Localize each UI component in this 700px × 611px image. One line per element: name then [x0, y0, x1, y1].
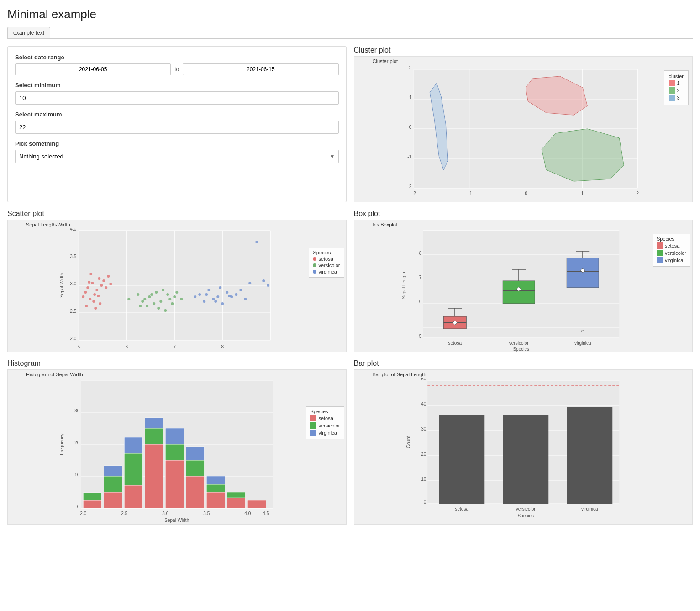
svg-text:30: 30 — [74, 408, 80, 413]
svg-text:-1: -1 — [468, 191, 472, 196]
svg-text:3.5: 3.5 — [70, 254, 76, 259]
svg-point-84 — [239, 289, 242, 291]
min-input[interactable] — [15, 91, 339, 105]
bar-subtitle: Bar plot of Sepal Length — [373, 372, 693, 377]
svg-point-56 — [155, 291, 158, 294]
svg-text:-2: -2 — [411, 191, 416, 196]
svg-text:-1: -1 — [407, 154, 411, 159]
histogram-svg: 2.0 2.5 3.0 3.5 4.0 4.5 0 10 20 30 Sepal… — [8, 378, 346, 524]
svg-text:3.0: 3.0 — [70, 281, 76, 286]
scatter-plot-panel: Scatter plot Sepal Length-Width — [7, 210, 347, 352]
svg-text:10: 10 — [74, 472, 80, 477]
svg-point-62 — [168, 298, 171, 300]
svg-text:7: 7 — [173, 344, 176, 349]
svg-rect-153 — [104, 466, 122, 476]
svg-point-77 — [216, 295, 219, 298]
svg-text:Sepal Width: Sepal Width — [59, 273, 64, 298]
controls-panel: Select date range to Select minimum Sele… — [7, 46, 347, 202]
svg-text:versicolor: versicolor — [516, 506, 535, 511]
svg-point-57 — [159, 300, 162, 303]
page-title: Minimal example — [7, 7, 693, 21]
svg-text:2.5: 2.5 — [70, 309, 76, 314]
tab-bar: example text — [7, 27, 693, 39]
svg-point-90 — [219, 286, 221, 289]
hist-legend-title: Species — [310, 409, 340, 414]
svg-point-91 — [205, 293, 208, 296]
min-label: Select minimum — [15, 82, 339, 89]
svg-point-61 — [162, 289, 164, 291]
svg-point-47 — [107, 275, 110, 278]
svg-text:setosa: setosa — [448, 341, 462, 346]
cluster-plot-svg: -2 -1 0 1 2 -2 -1 0 1 2 — [354, 65, 693, 197]
svg-point-89 — [262, 279, 265, 282]
svg-point-46 — [89, 273, 92, 275]
min-group: Select minimum — [15, 82, 339, 105]
svg-point-52 — [94, 307, 97, 310]
svg-point-87 — [194, 295, 196, 298]
hist-legend-setosa: setosa — [310, 415, 340, 421]
svg-point-85 — [248, 282, 251, 284]
svg-text:50: 50 — [421, 378, 426, 381]
svg-text:1: 1 — [581, 191, 584, 196]
svg-rect-169 — [227, 498, 245, 508]
box-legend-versicolor: versicolor — [657, 250, 686, 256]
svg-point-70 — [137, 293, 139, 296]
max-input[interactable] — [15, 121, 339, 134]
svg-text:3.0: 3.0 — [162, 511, 168, 516]
box-legend-virginica: virginica — [657, 257, 686, 263]
svg-text:4.5: 4.5 — [263, 511, 269, 516]
svg-point-66 — [173, 295, 176, 298]
svg-rect-192 — [439, 415, 484, 504]
date-separator: to — [174, 66, 179, 73]
svg-point-60 — [153, 302, 155, 305]
svg-point-43 — [102, 279, 105, 282]
svg-text:6: 6 — [125, 344, 128, 349]
svg-text:20: 20 — [74, 440, 80, 445]
box-plot-title: Box plot — [354, 210, 693, 218]
svg-text:5: 5 — [419, 334, 421, 339]
svg-point-63 — [146, 305, 148, 307]
svg-point-42 — [84, 291, 87, 294]
svg-rect-149 — [83, 500, 101, 508]
cluster-legend-item-2: 2 — [669, 87, 684, 94]
svg-text:2: 2 — [636, 191, 639, 196]
scatter-dot-setosa — [313, 257, 316, 261]
svg-point-41 — [100, 284, 103, 287]
pick-group: Pick something Nothing selected ▼ — [15, 140, 339, 163]
legend-color-1 — [669, 80, 675, 86]
max-label: Select maximum — [15, 111, 339, 118]
svg-rect-170 — [227, 492, 245, 498]
svg-text:versicolor: versicolor — [509, 341, 528, 346]
pick-label: Pick something — [15, 140, 339, 147]
svg-point-39 — [89, 298, 91, 300]
svg-rect-193 — [503, 415, 548, 504]
svg-text:2.0: 2.0 — [70, 336, 76, 341]
pick-select[interactable]: Nothing selected — [15, 150, 339, 163]
svg-text:virginica: virginica — [581, 506, 598, 511]
svg-point-93 — [267, 284, 269, 287]
box-color-versicolor — [657, 250, 663, 256]
svg-rect-121 — [503, 281, 535, 304]
svg-text:4.0: 4.0 — [244, 511, 251, 516]
svg-text:10: 10 — [421, 477, 426, 482]
box-plot-panel: Box plot Iris Boxplot — [354, 210, 693, 352]
scatter-legend-title: Species — [313, 250, 340, 255]
svg-point-68 — [171, 302, 174, 305]
tab-example[interactable]: example text — [7, 27, 50, 38]
svg-point-54 — [109, 283, 112, 285]
scatter-dot-versicolor — [313, 263, 316, 267]
cluster-plot-title: Cluster plot — [354, 46, 693, 54]
date-from-input[interactable] — [15, 63, 171, 75]
histogram-title: Histogram — [7, 359, 347, 368]
scatter-subtitle: Sepal Length-Width — [26, 222, 346, 227]
cluster-legend: cluster 1 2 3 — [664, 70, 689, 105]
svg-text:7: 7 — [419, 275, 421, 280]
date-to-input[interactable] — [183, 63, 338, 75]
box-color-setosa — [657, 242, 663, 249]
svg-text:2.0: 2.0 — [80, 511, 86, 516]
svg-point-88 — [255, 241, 258, 243]
svg-point-78 — [203, 300, 205, 303]
svg-text:20: 20 — [421, 452, 426, 457]
svg-point-92 — [214, 300, 217, 303]
svg-rect-152 — [104, 476, 122, 492]
